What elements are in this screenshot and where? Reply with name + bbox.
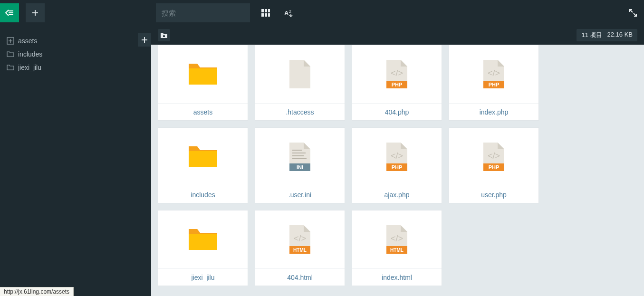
expand-icon xyxy=(629,9,637,17)
svg-text:Z: Z xyxy=(289,10,291,14)
php-icon xyxy=(449,128,538,186)
search-box[interactable] xyxy=(156,3,250,22)
breadcrumb-bar: 11 项目 22.16 KB xyxy=(151,26,644,45)
php-icon xyxy=(449,45,538,103)
tree-item-includes[interactable]: includes xyxy=(5,48,151,61)
file-tile[interactable]: 404.php xyxy=(352,45,442,121)
html-icon xyxy=(352,210,442,268)
back-button[interactable] xyxy=(0,3,19,22)
svg-rect-6 xyxy=(265,9,267,12)
svg-rect-8 xyxy=(261,13,264,17)
file-tile[interactable]: .htaccess xyxy=(255,45,345,121)
svg-rect-5 xyxy=(261,9,264,12)
back-arrow-icon xyxy=(5,9,14,17)
svg-text:A: A xyxy=(284,10,289,17)
folder-icon xyxy=(158,210,248,268)
tree-item-label: assets xyxy=(18,37,37,45)
file-name-label: index.html xyxy=(352,268,442,286)
file-name-label: index.php xyxy=(449,103,538,120)
view-controls: A Z xyxy=(260,0,295,26)
file-tile[interactable]: index.html xyxy=(352,210,442,286)
html-icon xyxy=(255,210,345,268)
svg-rect-7 xyxy=(268,9,270,12)
status-info: 11 项目 22.16 KB xyxy=(577,29,637,41)
svg-rect-10 xyxy=(268,13,270,17)
grid-view-icon xyxy=(261,9,270,17)
tree-item-assets[interactable]: assets xyxy=(5,34,151,48)
topbar: A Z xyxy=(0,0,644,26)
file-grid-area: assets.htaccess404.phpindex.phpincludes.… xyxy=(151,45,644,296)
file-tile[interactable]: assets xyxy=(158,45,248,121)
new-tab-button[interactable] xyxy=(26,3,45,22)
file-name-label: assets xyxy=(158,103,248,120)
php-icon xyxy=(352,128,442,186)
file-name-label: ajax.php xyxy=(352,186,442,203)
folder-icon xyxy=(158,128,248,186)
sidebar-add-button[interactable] xyxy=(138,33,151,47)
file-tile[interactable]: user.php xyxy=(449,127,539,203)
svg-rect-9 xyxy=(265,13,267,17)
folder-outline-icon xyxy=(7,64,14,71)
total-size: 22.16 KB xyxy=(607,31,633,39)
file-name-label: includes xyxy=(158,186,248,203)
folder-outline-icon xyxy=(7,50,14,58)
ini-icon xyxy=(255,128,345,186)
plus-icon xyxy=(142,37,147,43)
tree-item-label: includes xyxy=(18,50,42,58)
browser-status-link: http://jx.61ling.com/assets xyxy=(0,287,74,296)
tree-item-jiexi-jilu[interactable]: jiexi_jilu xyxy=(5,61,151,74)
blank-icon xyxy=(255,45,345,103)
file-name-label: jiexi_jilu xyxy=(158,268,248,286)
file-name-label: 404.html xyxy=(255,268,345,286)
file-tile[interactable]: ajax.php xyxy=(352,127,442,203)
expand-plus-icon xyxy=(7,37,14,45)
php-icon xyxy=(352,45,442,103)
sort-button[interactable]: A Z xyxy=(284,8,295,18)
fullscreen-button[interactable] xyxy=(629,0,637,26)
folder-tree: assets includes jiexi_jilu xyxy=(0,26,151,74)
file-tile[interactable]: includes xyxy=(158,127,248,203)
file-tile[interactable]: .user.ini xyxy=(255,127,345,203)
sidebar: assets includes jiexi_jilu xyxy=(0,26,151,296)
breadcrumb-home[interactable] xyxy=(158,29,170,41)
home-folder-icon xyxy=(160,32,168,38)
view-grid-button[interactable] xyxy=(260,8,271,18)
tree-item-label: jiexi_jilu xyxy=(18,64,41,71)
file-name-label: .user.ini xyxy=(255,186,345,203)
search-input[interactable] xyxy=(162,9,244,17)
file-name-label: .htaccess xyxy=(255,103,345,120)
file-tile[interactable]: index.php xyxy=(449,45,539,121)
file-name-label: 404.php xyxy=(352,103,442,120)
sort-az-icon: A Z xyxy=(284,9,295,17)
file-name-label: user.php xyxy=(449,186,538,203)
file-tile[interactable]: 404.html xyxy=(255,210,345,286)
folder-icon xyxy=(158,45,248,103)
plus-icon xyxy=(32,10,38,16)
item-count: 11 项目 xyxy=(581,31,602,39)
file-tile[interactable]: jiexi_jilu xyxy=(158,210,248,286)
